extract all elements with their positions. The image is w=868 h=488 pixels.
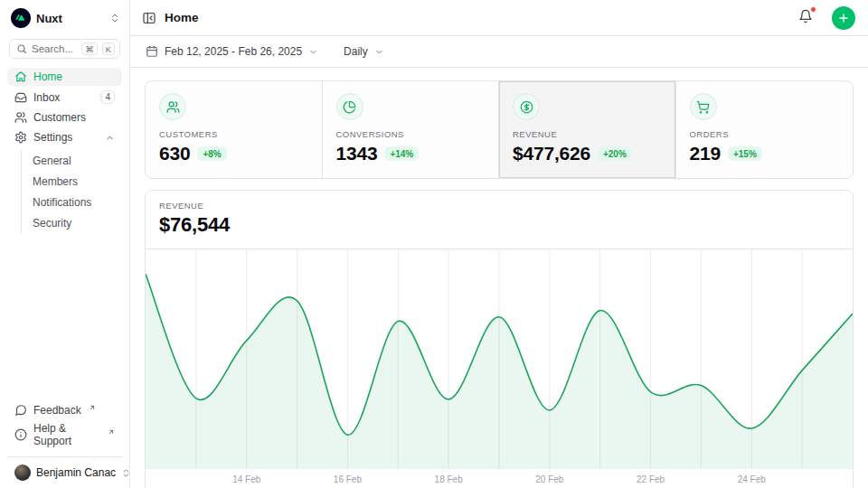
home-icon (14, 70, 27, 83)
dollar-circle-icon (513, 93, 540, 120)
nuxt-logo-icon (11, 8, 31, 28)
external-link-icon (108, 428, 115, 436)
search-icon (16, 43, 27, 54)
sidebar-item-security[interactable]: Security (22, 212, 122, 233)
feedback-label: Feedback (33, 404, 81, 417)
users-icon (159, 93, 186, 120)
x-axis: 14 Feb16 Feb18 Feb20 Feb22 Feb24 Feb (146, 469, 853, 488)
dashboard-content: CUSTOMERS 630 +8% CONVERSIONS 1343 +14% (130, 68, 868, 488)
chart-metric-label: REVENUE (159, 201, 839, 211)
x-axis-tick-label: 14 Feb (232, 474, 260, 484)
chat-bubble-icon (14, 404, 27, 417)
sidebar-nav: Home Inbox 4 Customers Sett (0, 61, 129, 398)
sidebar-item-home[interactable]: Home (7, 68, 122, 86)
stat-label: ORDERS (690, 129, 840, 139)
chart-header: REVENUE $76,544 (146, 191, 853, 249)
search-placeholder: Search... (32, 43, 77, 54)
chevron-up-icon (105, 133, 115, 143)
granularity-select[interactable]: Daily (344, 45, 384, 58)
sidebar-item-label: Home (33, 70, 62, 83)
sidebar-footer: Feedback Help & Support Benjamin Canac (0, 398, 129, 488)
stat-card-revenue[interactable]: REVENUE $477,626 +20% (499, 81, 676, 178)
stat-value: 1343 (336, 143, 378, 164)
granularity-value: Daily (344, 45, 368, 58)
notifications-button[interactable] (795, 5, 816, 31)
cart-icon (690, 93, 717, 120)
stat-label: CUSTOMERS (159, 129, 308, 139)
sidebar-item-customers[interactable]: Customers (7, 108, 122, 127)
chevron-down-icon (308, 47, 318, 57)
filters-toolbar: Feb 12, 2025 - Feb 26, 2025 Daily (130, 36, 868, 68)
stat-label: CONVERSIONS (336, 129, 486, 139)
page-header: Home (130, 0, 868, 36)
settings-submenu: General Members Notifications Security (21, 150, 122, 233)
help-support-link[interactable]: Help & Support (7, 419, 122, 450)
sidebar-item-general[interactable]: General (22, 150, 122, 171)
sidebar-item-label: Settings (33, 131, 72, 144)
stat-label: REVENUE (513, 129, 662, 139)
sidebar-item-label: Inbox (33, 91, 60, 104)
inbox-count-badge: 4 (100, 90, 115, 104)
team-switcher[interactable]: Nuxt (0, 0, 129, 33)
stat-delta-badge: +20% (598, 146, 632, 161)
x-axis-tick-label: 20 Feb (535, 474, 563, 484)
calendar-icon (146, 45, 158, 58)
stats-row: CUSTOMERS 630 +8% CONVERSIONS 1343 +14% (145, 80, 854, 179)
app-window: Nuxt Search... ⌘ K Home (0, 0, 868, 488)
brand-name: Nuxt (36, 12, 104, 25)
user-menu[interactable]: Benjamin Canac (7, 456, 122, 488)
sidebar-item-settings[interactable]: Settings (7, 128, 122, 146)
user-name: Benjamin Canac (36, 466, 116, 479)
x-axis-tick-label: 16 Feb (334, 474, 362, 484)
stat-delta-badge: +15% (728, 146, 762, 161)
gear-icon (14, 131, 27, 144)
stat-value: $477,626 (513, 143, 590, 164)
x-axis-tick-label: 18 Feb (435, 474, 463, 484)
external-link-icon (89, 404, 96, 411)
kbd-cmd: ⌘ (81, 42, 98, 55)
revenue-area-chart[interactable] (146, 249, 853, 469)
plus-icon (837, 12, 850, 24)
revenue-chart-card: REVENUE $76,544 14 Feb16 Feb18 Feb20 Feb… (145, 190, 854, 488)
inbox-icon (14, 91, 27, 104)
pie-chart-icon (336, 93, 363, 120)
sidebar: Nuxt Search... ⌘ K Home (0, 0, 130, 488)
sidebar-item-inbox[interactable]: Inbox 4 (7, 88, 122, 107)
x-axis-tick-label: 22 Feb (637, 474, 665, 484)
stat-value: 630 (159, 143, 190, 164)
info-circle-icon (14, 428, 27, 441)
stat-card-customers[interactable]: CUSTOMERS 630 +8% (146, 81, 323, 178)
x-axis-tick-label: 24 Feb (738, 474, 766, 484)
collapse-sidebar-icon[interactable] (142, 11, 156, 25)
stat-value: 219 (690, 143, 721, 164)
main-area: Home Feb 12, 2025 - Feb 26, 2025 Dai (130, 0, 868, 488)
page-title: Home (165, 11, 199, 24)
notification-dot-icon (810, 6, 816, 13)
date-range-picker[interactable]: Feb 12, 2025 - Feb 26, 2025 (146, 45, 318, 58)
stat-card-orders[interactable]: ORDERS 219 +15% (676, 81, 854, 178)
date-range-value: Feb 12, 2025 - Feb 26, 2025 (165, 45, 302, 58)
chevron-down-icon (374, 47, 384, 57)
user-avatar (14, 465, 31, 481)
add-button[interactable] (832, 6, 855, 30)
sidebar-item-notifications[interactable]: Notifications (22, 192, 122, 212)
stat-card-conversions[interactable]: CONVERSIONS 1343 +14% (323, 81, 500, 178)
chart-canvas[interactable] (146, 249, 853, 469)
help-support-label: Help & Support (33, 422, 100, 447)
sidebar-item-label: Customers (33, 111, 86, 124)
stat-delta-badge: +14% (384, 146, 419, 161)
sidebar-item-members[interactable]: Members (22, 171, 122, 192)
chevron-up-down-icon (109, 13, 120, 23)
chart-metric-value: $76,544 (159, 213, 839, 237)
kbd-k: K (102, 42, 115, 55)
stat-delta-badge: +8% (197, 146, 226, 161)
search-input[interactable]: Search... ⌘ K (9, 39, 120, 59)
users-icon (14, 111, 27, 124)
feedback-link[interactable]: Feedback (7, 401, 122, 419)
